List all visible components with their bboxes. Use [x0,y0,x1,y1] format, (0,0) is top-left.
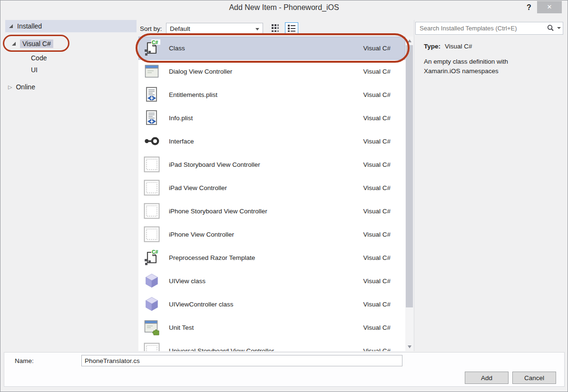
template-name: Universal Storyboard View Controller [169,339,274,351]
template-list: C#ClassVisual C#Dialog View ControllerVi… [138,37,405,351]
template-list-item[interactable]: Unit TestVisual C# [138,316,405,339]
close-icon: ✕ [547,3,552,10]
title-bar[interactable]: Add New Item - Phoneword_iOS ? ✕ [0,0,568,15]
svg-text:C#: C# [152,249,158,255]
template-name: Interface [169,130,194,153]
close-button[interactable]: ✕ [537,1,562,13]
dashed-square-icon [143,342,160,351]
template-name: iPad Storyboard View Controller [169,153,260,176]
template-name: Preprocessed Razor Template [169,246,255,269]
template-language: Visual C# [363,246,391,269]
template-list-item[interactable]: C#Preprocessed Razor TemplateVisual C# [138,246,405,269]
template-list-item[interactable]: Dialog View ControllerVisual C# [138,60,405,83]
magnifier-icon[interactable] [547,24,554,32]
template-language: Visual C# [363,83,391,106]
add-button[interactable]: Add [465,372,509,384]
add-new-item-dialog: Add New Item - Phoneword_iOS ? ✕ Install… [0,0,568,392]
sidebar-category-label: Installed [17,22,42,30]
template-name: Class [169,37,185,60]
template-name: Unit Test [169,316,194,339]
sidebar-item-label: Visual C# [20,39,53,48]
dashed-square-icon [143,179,160,196]
template-list-item[interactable]: Entitlements.plistVisual C# [138,83,405,106]
template-list-item[interactable]: UIViewController classVisual C# [138,293,405,316]
csharp-class-icon: C# [143,249,160,266]
dashed-square-icon [143,226,160,243]
cube-icon [143,272,160,289]
cube-icon [143,296,160,313]
dashed-square-icon [143,202,160,220]
template-language: Visual C# [363,339,391,351]
help-button[interactable]: ? [524,2,534,13]
template-name: UIView class [169,269,206,293]
template-list-item[interactable]: iPad View ControllerVisual C# [138,176,405,200]
template-list-item[interactable]: Universal Storyboard View ControllerVisu… [138,339,405,351]
sidebar-category-installed[interactable]: Installed [5,20,137,32]
template-language: Visual C# [363,176,391,200]
scroll-down-icon [408,345,411,348]
search-input[interactable] [415,22,563,35]
template-name: iPhone Storyboard View Controller [169,200,267,223]
template-language: Visual C# [363,106,391,130]
interface-icon [143,133,160,150]
plist-icon [143,86,160,103]
list-view-button[interactable] [285,22,298,35]
template-list-item[interactable]: iPhone Storyboard View ControllerVisual … [138,200,405,223]
scroll-up-icon [408,39,411,42]
template-list-item[interactable]: UIView classVisual C# [138,269,405,293]
sidebar-item-visual-csharp[interactable]: Visual C# [12,38,53,49]
sidebar-item-ui[interactable]: UI [31,65,38,75]
template-list-item[interactable]: iPhone View ControllerVisual C# [138,223,405,246]
template-name: UIViewController class [169,293,234,316]
template-language: Visual C# [363,37,391,60]
sidebar-item-code[interactable]: Code [31,53,47,63]
name-label: Name: [15,355,34,367]
plist-icon [143,109,160,126]
template-language: Visual C# [363,293,391,316]
panel-divider [414,20,414,351]
template-name: iPad View Controller [169,176,227,200]
template-description: An empty class definition with Xamarin.i… [424,57,536,76]
search-options-caret-icon[interactable] [557,27,561,29]
scroll-down-button[interactable] [405,343,413,351]
scrollbar-thumb[interactable] [406,45,413,307]
svg-text:C#: C# [152,39,158,45]
template-language: Visual C# [363,200,391,223]
dashed-square-icon [143,156,160,173]
sort-by-dropdown[interactable]: Default [166,23,263,35]
sidebar-item-label: Online [16,83,35,91]
chevron-down-icon [255,28,259,30]
list-view-icon [287,24,296,34]
small-icons-view-icon [271,24,280,35]
small-icons-view-button[interactable] [270,23,281,35]
vertical-scrollbar[interactable] [405,37,413,351]
template-name: iPhone View Controller [169,223,234,246]
dialog-title: Add New Item - Phoneword_iOS [0,0,568,15]
template-type-row: Type:Visual C# [424,43,472,50]
template-language: Visual C# [363,130,391,153]
template-language: Visual C# [363,269,391,293]
template-name: Info.plist [169,106,193,130]
type-value: Visual C# [445,43,472,50]
cancel-button[interactable]: Cancel [512,372,556,384]
expander-collapsed-icon[interactable] [8,84,12,90]
template-name: Dialog View Controller [169,60,232,83]
sidebar-item-label: UI [31,66,38,74]
sort-by-value: Default [170,25,190,32]
name-input[interactable] [81,355,402,366]
template-language: Visual C# [363,223,391,246]
unit-test-icon [143,319,160,336]
template-list-item[interactable]: Info.plistVisual C# [138,106,405,130]
template-language: Visual C# [363,153,391,176]
expander-expanded-icon[interactable] [12,42,16,46]
expander-expanded-icon[interactable] [9,24,13,28]
csharp-class-icon: C# [143,39,160,57]
sidebar-item-label: Code [31,54,47,62]
template-list-item[interactable]: iPad Storyboard View ControllerVisual C# [138,153,405,176]
template-list-item[interactable]: InterfaceVisual C# [138,130,405,153]
template-language: Visual C# [363,60,391,83]
template-list-item[interactable]: C#ClassVisual C# [138,37,405,60]
template-language: Visual C# [363,316,391,339]
sidebar-item-online[interactable]: Online [8,82,35,92]
scroll-up-button[interactable] [405,37,413,45]
